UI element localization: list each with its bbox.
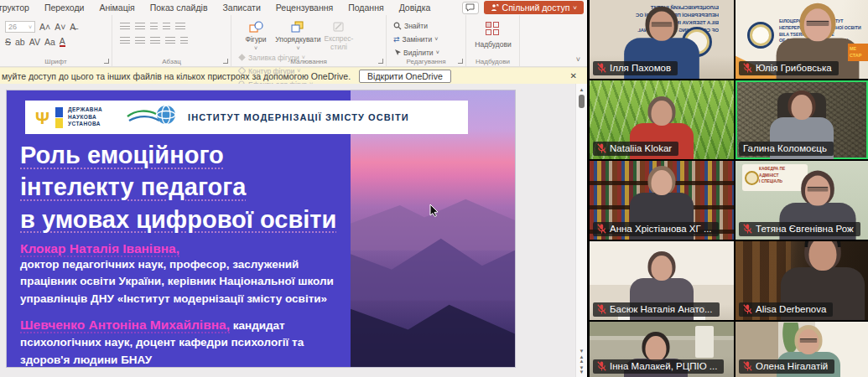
mic-muted-icon [597, 63, 606, 73]
scroll-down-arrow[interactable]: ▼ [580, 349, 585, 354]
participant-name: Басюк Наталія Анато... [610, 304, 713, 314]
replace-icon: ⇄ [393, 35, 400, 44]
ribbon-tab[interactable]: Записати [215, 1, 268, 14]
glasses [652, 22, 673, 26]
ribbon-tab[interactable]: Показ слайдів [143, 1, 216, 14]
arrange-button[interactable]: Упорядкувати ˅ [278, 19, 317, 51]
org-name: ДЕРЖАВНАНАУКОВАУСТАНОВА [68, 106, 102, 128]
columns-icon[interactable] [180, 37, 189, 45]
ribbon-group-addins: Надбудови Надбудови [466, 15, 520, 66]
bullet-list-icon[interactable] [120, 23, 131, 31]
close-icon[interactable]: ✕ [567, 71, 580, 80]
font-format-button[interactable]: A [60, 37, 65, 48]
align-right-icon[interactable] [150, 37, 161, 45]
group-label-editing: Редагування [387, 58, 465, 65]
font-format-button[interactable]: S [5, 37, 11, 47]
line-spacing-icon[interactable] [175, 23, 186, 31]
slide-canvas[interactable]: Ψ ДЕРЖАВНАНАУКОВАУСТАНОВА ІНСТИТУТ МОДЕР… [7, 90, 515, 367]
participants-grid: БІЛОЦЕРКІВСЬКИЙ ІНСТИТНЕПЕРЕРВНОЇ ПРОФЕС… [587, 0, 868, 377]
paragraph-buttons-row1 [117, 19, 226, 34]
speaker1-description: доктор педагогічних наук, професор, засл… [20, 256, 354, 307]
indent-decrease-icon[interactable] [150, 23, 159, 31]
vertical-scrollbar[interactable]: ▲ ▼ ▲▲ ▼▼ [575, 84, 587, 377]
participant-tile[interactable]: Басюк Наталія Анато... [590, 241, 734, 320]
comments-button[interactable] [462, 2, 479, 14]
font-format-button[interactable]: AV [29, 37, 40, 47]
ribbon-group-editing: Знайти ⇄ Замінити ˅ Виділити ˅ [387, 15, 466, 66]
participant-name: Олена Нігалатій [756, 361, 828, 371]
participant-name: Nataliia Klokar [610, 143, 672, 153]
font-format-button[interactable]: A˄ [39, 22, 50, 32]
open-onedrive-button[interactable]: Відкрити OneDrive [359, 70, 451, 83]
participant-name-label: Юлія Грибовська [739, 61, 839, 75]
banner-fragment: МЕ СТАР [848, 44, 868, 61]
mic-muted-icon [743, 63, 752, 73]
trident-emblem: Ψ [35, 109, 49, 127]
addins-grid-icon [486, 22, 501, 37]
caret-icon: ˅ [434, 36, 438, 42]
participant-name: Галина Коломоєць [743, 143, 827, 153]
font-size-input[interactable]: 26 ˅ [5, 21, 35, 33]
scroll-up-arrow[interactable]: ▲ [580, 87, 585, 92]
replace-button[interactable]: ⇄ Замінити ˅ [393, 33, 439, 45]
ribbon-tab[interactable]: Рецензування [268, 1, 340, 14]
ribbon-group-paragraph: Абзац [112, 15, 231, 66]
addins-button[interactable]: Надбудови [471, 19, 515, 49]
participant-tile[interactable]: БІЛОЦЕРКІВСЬКИЙ ІНСТИТУТНЕПЕРЕРВНОЇ ПРОФ… [735, 0, 868, 79]
mic-muted-icon [597, 143, 606, 153]
font-format-button[interactable]: A̶ [70, 22, 75, 32]
participant-tile[interactable]: КАФЕДРА ПЕАДМІНІСТІ СПЕЦІАЛЬ Тетяна Євге… [735, 161, 868, 240]
ribbon-tab[interactable]: Переходи [37, 1, 92, 14]
ribbon-tab[interactable]: Анімація [91, 1, 142, 14]
participant-name: Анна Хрістіанова ХГ ... [610, 224, 712, 234]
group-label-font: Шрифт [0, 58, 112, 65]
participant-name: Тетяна Євгенівна Рож [756, 224, 854, 234]
align-left-icon[interactable] [120, 37, 131, 45]
indent-increase-icon[interactable] [163, 23, 171, 31]
ribbon-tab[interactable]: Подання [340, 1, 391, 14]
participant-tile[interactable]: Alisa Derbenova [735, 241, 868, 320]
find-button[interactable]: Знайти [393, 19, 439, 32]
font-format-button[interactable]: A˅ [55, 22, 65, 32]
speech-bubble-icon [465, 3, 475, 12]
next-slide-button[interactable]: ▼▼ [580, 366, 585, 374]
group-label-addins: Надбудови [466, 58, 519, 65]
participant-tile[interactable]: Олена Нігалатій [735, 322, 868, 377]
ribbon-tab[interactable]: Конструктор [0, 1, 37, 14]
mic-muted-icon [597, 224, 606, 234]
group-label-paragraph: Абзац [112, 58, 231, 65]
shapes-button[interactable]: Фігури ˅ [236, 19, 275, 51]
participant-name: Alisa Derbenova [756, 304, 826, 314]
participant-name-label: Галина Коломоєць [739, 142, 834, 156]
shape-outline-button[interactable]: Контур фігури ˅ [238, 65, 313, 77]
participant-tile[interactable]: БІЛОЦЕРКІВСЬКИЙ ІНСТИТНЕПЕРЕРВНОЇ ПРОФЕС… [590, 0, 734, 79]
shapes-icon [249, 21, 263, 34]
participant-tile[interactable]: Інна Малакей, РЦПІО ... [590, 322, 734, 377]
participant-tile[interactable]: Анна Хрістіанова ХГ ... [590, 161, 734, 240]
scrollbar-thumb[interactable] [579, 95, 585, 108]
numbered-list-icon[interactable] [135, 23, 146, 31]
font-format-button[interactable]: ab [15, 37, 25, 47]
mic-muted-icon [597, 304, 606, 314]
flag-bar [55, 107, 63, 128]
participant-name-label: Басюк Наталія Анато... [593, 302, 720, 317]
speaker1-name: Клокар Наталія Іванівна, [20, 241, 179, 256]
share-button[interactable]: Спільний доступ ˅ [484, 1, 584, 14]
align-center-icon[interactable] [135, 37, 146, 45]
collapse-ribbon-button[interactable]: ˅ [576, 55, 580, 64]
previous-slide-button[interactable]: ▲▲ [580, 355, 585, 363]
powerpoint-pane: КонструкторПереходиАнімаціяПоказ слайдів… [0, 0, 587, 377]
person-face [652, 101, 673, 126]
ribbon-tab[interactable]: Довідка [392, 1, 439, 14]
select-button[interactable]: Виділити ˅ [393, 46, 439, 59]
person-face [646, 336, 667, 361]
speaker1-block: Клокар Наталія Іванівна, доктор педагогі… [20, 241, 354, 307]
participant-name-label: Анна Хрістіанова ХГ ... [593, 222, 719, 236]
quick-styles-button[interactable]: Експрес-стилі [321, 19, 356, 51]
institute-name: ІНСТИТУТ МОДЕРНІЗАЦІЇ ЗМІСТУ ОСВІТИ [188, 112, 409, 122]
font-format-button[interactable]: Aa [44, 37, 55, 47]
justify-icon[interactable] [165, 37, 176, 45]
participant-name-label: Nataliia Klokar [593, 142, 678, 156]
participant-tile[interactable]: Галина Коломоєць [735, 80, 868, 159]
participant-tile[interactable]: Nataliia Klokar [590, 80, 734, 159]
